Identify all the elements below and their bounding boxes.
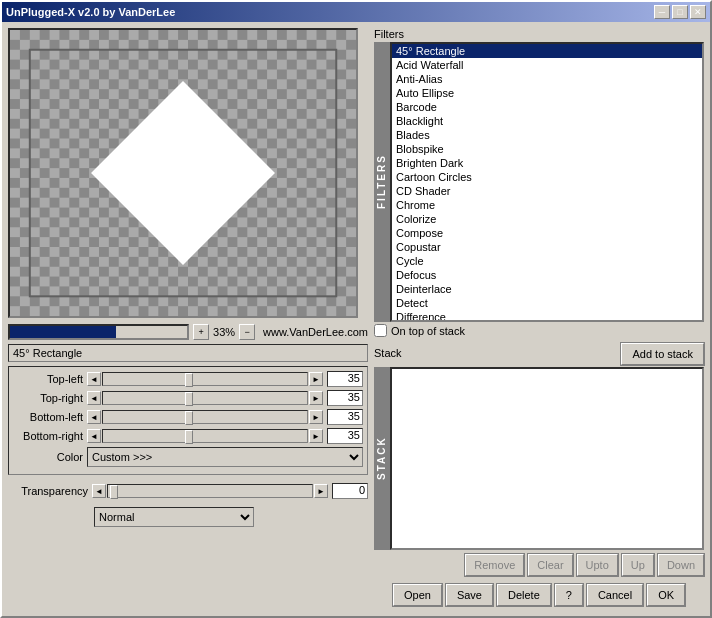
ok-button[interactable]: OK xyxy=(647,584,685,606)
on-top-checkbox[interactable] xyxy=(374,324,387,337)
blend-mode-select[interactable]: NormalMultiplyScreenOverlayDarkenLighten xyxy=(94,507,254,527)
save-button[interactable]: Save xyxy=(446,584,493,606)
bottom-right-left-arrow[interactable]: ◄ xyxy=(87,429,101,443)
add-to-stack-button[interactable]: Add to stack xyxy=(621,343,704,365)
top-left-row: Top-left ◄ ► 35 xyxy=(13,371,363,387)
list-item[interactable]: 45° Rectangle xyxy=(392,44,702,58)
filters-list[interactable]: 45° RectangleAcid WaterfallAnti-AliasAut… xyxy=(390,42,704,322)
stack-section: Stack Add to stack STACK Remove Clear Up… xyxy=(374,343,704,576)
zoom-plus-button[interactable]: + xyxy=(193,324,209,340)
top-right-thumb[interactable] xyxy=(185,392,193,406)
delete-button[interactable]: Delete xyxy=(497,584,551,606)
list-item[interactable]: Copustar xyxy=(392,240,702,254)
left-panel: + 33% − www.VanDerLee.com 45° Rectangle … xyxy=(8,28,368,610)
bottom-left-left-arrow[interactable]: ◄ xyxy=(87,410,101,424)
bottom-left-thumb[interactable] xyxy=(185,411,193,425)
bottom-right-row: Bottom-right ◄ ► 35 xyxy=(13,428,363,444)
list-item[interactable]: Anti-Alias xyxy=(392,72,702,86)
list-item[interactable]: Compose xyxy=(392,226,702,240)
top-left-left-arrow[interactable]: ◄ xyxy=(87,372,101,386)
top-left-track[interactable] xyxy=(102,372,308,386)
zoom-minus-button[interactable]: − xyxy=(239,324,255,340)
stack-list xyxy=(390,367,704,550)
on-top-label: On top of stack xyxy=(391,325,465,337)
list-item[interactable]: Barcode xyxy=(392,100,702,114)
top-right-value[interactable]: 35 xyxy=(327,390,363,406)
transparency-left-arrow[interactable]: ◄ xyxy=(92,484,106,498)
list-item[interactable]: Auto Ellipse xyxy=(392,86,702,100)
list-item[interactable]: Deinterlace xyxy=(392,282,702,296)
cancel-button[interactable]: Cancel xyxy=(587,584,643,606)
list-item[interactable]: Colorize xyxy=(392,212,702,226)
list-item[interactable]: Acid Waterfall xyxy=(392,58,702,72)
close-button[interactable]: ✕ xyxy=(690,5,706,19)
top-left-right-arrow[interactable]: ► xyxy=(309,372,323,386)
transparency-right-arrow[interactable]: ► xyxy=(314,484,328,498)
on-top-row: On top of stack xyxy=(374,322,704,339)
title-buttons: ─ □ ✕ xyxy=(654,5,706,19)
bottom-buttons: Open Save Delete ? Cancel OK xyxy=(374,580,704,610)
website-url: www.VanDerLee.com xyxy=(263,326,368,338)
upto-button[interactable]: Upto xyxy=(577,554,618,576)
bottom-right-right-arrow[interactable]: ► xyxy=(309,429,323,443)
main-content: + 33% − www.VanDerLee.com 45° Rectangle … xyxy=(2,22,710,616)
progress-bar xyxy=(8,324,189,340)
up-button[interactable]: Up xyxy=(622,554,654,576)
list-item[interactable]: Blobspike xyxy=(392,142,702,156)
transparency-thumb[interactable] xyxy=(110,485,118,499)
list-item[interactable]: Brighten Dark xyxy=(392,156,702,170)
top-right-slider: ◄ ► xyxy=(87,391,323,405)
bottom-right-slider: ◄ ► xyxy=(87,429,323,443)
bottom-right-value[interactable]: 35 xyxy=(327,428,363,444)
list-item[interactable]: CD Shader xyxy=(392,184,702,198)
bottom-left-row: Bottom-left ◄ ► 35 xyxy=(13,409,363,425)
blend-mode-row: NormalMultiplyScreenOverlayDarkenLighten xyxy=(94,507,368,527)
down-button[interactable]: Down xyxy=(658,554,704,576)
active-filter-label: 45° Rectangle xyxy=(8,344,368,362)
top-left-slider: ◄ ► xyxy=(87,372,323,386)
transparency-label: Transparency xyxy=(8,485,88,497)
window-title: UnPlugged-X v2.0 by VanDerLee xyxy=(6,6,175,18)
remove-button[interactable]: Remove xyxy=(465,554,524,576)
right-panel: Filters FILTERS 45° RectangleAcid Waterf… xyxy=(374,28,704,610)
top-left-thumb[interactable] xyxy=(185,373,193,387)
top-right-right-arrow[interactable]: ► xyxy=(309,391,323,405)
bottom-right-track[interactable] xyxy=(102,429,308,443)
stack-buttons-row: Remove Clear Upto Up Down xyxy=(374,554,704,576)
top-right-track[interactable] xyxy=(102,391,308,405)
preview-area xyxy=(8,28,358,318)
list-item[interactable]: Detect xyxy=(392,296,702,310)
list-item[interactable]: Defocus xyxy=(392,268,702,282)
list-item[interactable]: Cartoon Circles xyxy=(392,170,702,184)
transparency-value[interactable]: 0 xyxy=(332,483,368,499)
color-select[interactable]: Custom >>> xyxy=(87,447,363,467)
transparency-track[interactable] xyxy=(107,484,313,498)
bottom-right-thumb[interactable] xyxy=(185,430,193,444)
help-button[interactable]: ? xyxy=(555,584,583,606)
stack-header: Stack Add to stack xyxy=(374,343,704,365)
main-window: UnPlugged-X v2.0 by VanDerLee ─ □ ✕ + 33… xyxy=(0,0,712,618)
list-item[interactable]: Blacklight xyxy=(392,114,702,128)
list-item[interactable]: Chrome xyxy=(392,198,702,212)
bottom-left-value[interactable]: 35 xyxy=(327,409,363,425)
list-item[interactable]: Difference xyxy=(392,310,702,322)
minimize-button[interactable]: ─ xyxy=(654,5,670,19)
top-right-row: Top-right ◄ ► 35 xyxy=(13,390,363,406)
progress-fill xyxy=(10,326,116,338)
bottom-left-slider: ◄ ► xyxy=(87,410,323,424)
clear-button[interactable]: Clear xyxy=(528,554,572,576)
progress-row: + 33% − www.VanDerLee.com xyxy=(8,324,368,340)
maximize-button[interactable]: □ xyxy=(672,5,688,19)
list-item[interactable]: Cycle xyxy=(392,254,702,268)
stack-sidebar-label: STACK xyxy=(374,367,390,550)
controls-section: Top-left ◄ ► 35 Top-right ◄ xyxy=(8,366,368,475)
filters-list-container: FILTERS 45° RectangleAcid WaterfallAnti-… xyxy=(374,42,704,322)
bottom-left-track[interactable] xyxy=(102,410,308,424)
bottom-left-right-arrow[interactable]: ► xyxy=(309,410,323,424)
list-item[interactable]: Blades xyxy=(392,128,702,142)
open-button[interactable]: Open xyxy=(393,584,442,606)
top-right-left-arrow[interactable]: ◄ xyxy=(87,391,101,405)
top-left-value[interactable]: 35 xyxy=(327,371,363,387)
zoom-level: 33% xyxy=(213,326,235,338)
color-row: Color Custom >>> xyxy=(13,447,363,467)
